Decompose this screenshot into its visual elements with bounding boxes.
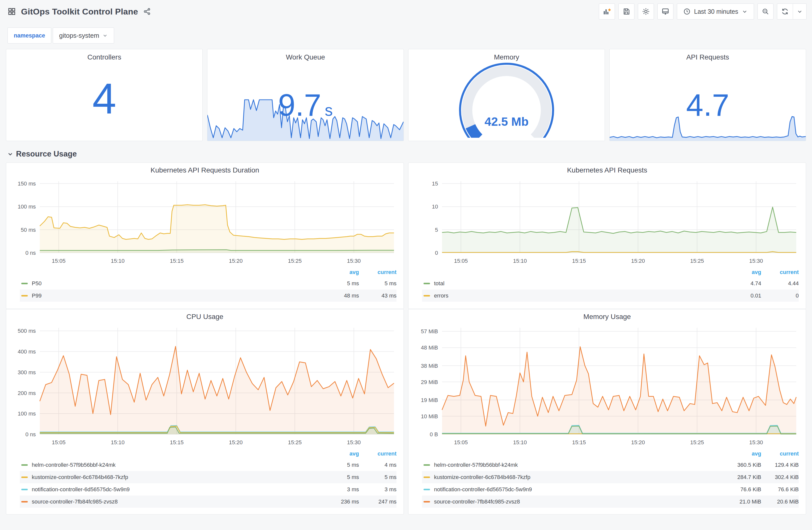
svg-text:15:20: 15:20 — [631, 258, 645, 264]
variable-value-namespace[interactable]: gitops-system — [53, 28, 114, 44]
dashboard-title: GitOps Toolkit Control Plane — [21, 7, 138, 16]
legend-header-current[interactable]: current — [761, 451, 799, 457]
legend-row[interactable]: errors0.010 — [422, 290, 799, 302]
svg-text:200 ms: 200 ms — [18, 390, 36, 396]
legend-header-avg[interactable]: avg — [317, 269, 359, 276]
series-name[interactable]: P99 — [32, 293, 317, 299]
series-name[interactable]: kustomize-controller-6c6784b468-7kzfp — [32, 474, 317, 481]
legend-row[interactable]: source-controller-7fb84fc985-zvsz821.0 M… — [422, 496, 799, 508]
panel-title[interactable]: API Requests — [610, 49, 806, 61]
legend-row[interactable]: P505 ms5 ms — [20, 277, 396, 290]
legend-row[interactable]: total4.744.44 — [422, 277, 799, 290]
series-color-swatch — [21, 464, 28, 466]
panel-title[interactable]: Controllers — [6, 49, 202, 61]
svg-text:15:15: 15:15 — [170, 439, 184, 445]
svg-text:48 MiB: 48 MiB — [421, 344, 438, 351]
svg-text:400 ms: 400 ms — [18, 349, 36, 355]
series-name[interactable]: source-controller-7fb84fc985-zvsz8 — [32, 499, 317, 505]
legend-header-avg[interactable]: avg — [317, 451, 359, 457]
series-avg-value: 284.7 KiB — [719, 474, 761, 481]
series-name[interactable]: kustomize-controller-6c6784b468-7kzfp — [434, 474, 719, 481]
legend-header-current[interactable]: current — [359, 451, 396, 457]
series-current-value: 4 ms — [359, 462, 396, 468]
series-name[interactable]: errors — [434, 293, 719, 299]
legend-header-current[interactable]: current — [359, 269, 396, 276]
legend-row[interactable]: P9948 ms43 ms — [20, 290, 396, 302]
save-dashboard-button[interactable] — [618, 3, 634, 19]
panel-title[interactable]: Work Queue — [207, 49, 404, 61]
chart-legend: avgcurrenthelm-controller-57f9b56bbf-k24… — [6, 449, 404, 509]
zoom-out-button[interactable] — [757, 3, 773, 19]
svg-text:5: 5 — [435, 227, 438, 233]
stat-unit: s — [325, 101, 333, 119]
panel-title[interactable]: CPU Usage — [6, 309, 404, 321]
series-avg-value: 76.6 KiB — [719, 486, 761, 493]
svg-text:50 ms: 50 ms — [21, 227, 36, 233]
series-avg-value: 360.5 KiB — [719, 462, 761, 468]
legend-row[interactable]: kustomize-controller-6c6784b468-7kzfp5 m… — [20, 471, 396, 483]
dashboard-settings-button[interactable] — [638, 3, 654, 19]
panel-k8s-api-requests-duration: Kubernetes API Requests Duration 0 ns50 … — [6, 162, 404, 309]
refresh-group — [777, 3, 807, 19]
legend-header-current[interactable]: current — [761, 269, 799, 276]
legend-row[interactable]: source-controller-7fb84fc985-zvsz8236 ms… — [20, 496, 396, 508]
chevron-down-icon — [7, 151, 14, 157]
panel-title[interactable]: Kubernetes API Requests — [408, 163, 806, 174]
series-current-value: 302.4 KiB — [761, 474, 799, 481]
svg-text:15:05: 15:05 — [454, 258, 468, 264]
legend-row[interactable]: helm-controller-57f9b56bbf-k24mk360.5 Ki… — [422, 459, 799, 471]
time-series-plot[interactable]: 0 ns50 ms100 ms150 ms15:0515:1015:1515:2… — [10, 175, 400, 267]
series-name[interactable]: notification-controller-6d56575dc-5w9n9 — [434, 486, 719, 493]
svg-text:15:05: 15:05 — [52, 258, 66, 264]
series-current-value: 0 — [761, 293, 799, 299]
series-color-swatch — [21, 501, 28, 502]
series-name[interactable]: notification-controller-6d56575dc-5w9n9 — [32, 486, 317, 493]
series-avg-value: 21.0 MiB — [719, 499, 761, 505]
time-series-plot[interactable]: 0 B10 MiB19 MiB29 MiB38 MiB48 MiB57 MiB1… — [412, 322, 802, 449]
panel-memory-usage: Memory Usage 0 B10 MiB19 MiB29 MiB38 MiB… — [408, 309, 806, 515]
variable-label-namespace: namespace — [8, 28, 51, 44]
series-avg-value: 236 ms — [317, 499, 359, 505]
svg-text:10: 10 — [432, 204, 438, 210]
series-name[interactable]: helm-controller-57f9b56bbf-k24mk — [32, 462, 317, 468]
legend-header-avg[interactable]: avg — [719, 451, 761, 457]
svg-text:15:15: 15:15 — [572, 439, 586, 445]
panel-title[interactable]: Memory Usage — [408, 309, 806, 321]
grafana-dashboard: GitOps Toolkit Control Plane La — [0, 0, 812, 530]
legend-row[interactable]: notification-controller-6d56575dc-5w9n97… — [422, 483, 799, 496]
svg-text:15:15: 15:15 — [170, 258, 184, 264]
svg-text:15:25: 15:25 — [288, 439, 302, 445]
svg-text:15:10: 15:10 — [111, 258, 125, 264]
memory-gauge[interactable]: 42.5 Mb — [449, 63, 564, 139]
series-name[interactable]: total — [434, 280, 719, 287]
legend-row[interactable]: notification-controller-6d56575dc-5w9n93… — [20, 483, 396, 496]
series-name[interactable]: P50 — [32, 280, 317, 287]
panel-cpu-usage: CPU Usage 0 ns100 ms200 ms300 ms400 ms50… — [6, 309, 404, 515]
refresh-button[interactable] — [777, 3, 793, 19]
legend-header-avg[interactable]: avg — [719, 269, 761, 276]
series-name[interactable]: source-controller-7fb84fc985-zvsz8 — [434, 499, 719, 505]
time-range-picker[interactable]: Last 30 minutes — [677, 3, 754, 19]
svg-text:150 ms: 150 ms — [18, 180, 36, 187]
panel-title[interactable]: Kubernetes API Requests Duration — [6, 163, 404, 174]
series-name[interactable]: helm-controller-57f9b56bbf-k24mk — [434, 462, 719, 468]
legend-row[interactable]: helm-controller-57f9b56bbf-k24mk5 ms4 ms — [20, 459, 396, 471]
dashboard-grid-icon[interactable] — [8, 7, 16, 16]
legend-row[interactable]: kustomize-controller-6c6784b468-7kzfp284… — [422, 471, 799, 483]
svg-text:29 MiB: 29 MiB — [421, 379, 438, 385]
svg-text:15:30: 15:30 — [347, 439, 361, 445]
section-resource-usage[interactable]: Resource Usage — [7, 149, 812, 159]
variables-submenu: namespace gitops-system — [0, 23, 812, 44]
add-panel-button[interactable] — [599, 3, 615, 19]
refresh-interval-dropdown[interactable] — [793, 3, 807, 19]
cycle-view-button[interactable] — [657, 3, 673, 19]
variable-selected-value: gitops-system — [59, 32, 99, 40]
share-icon[interactable] — [143, 8, 151, 15]
panel-title[interactable]: Memory — [408, 49, 605, 61]
time-series-plot[interactable]: 05101515:0515:1015:1515:2015:2515:30 — [412, 175, 802, 267]
svg-text:100 ms: 100 ms — [18, 411, 36, 417]
time-series-plot[interactable]: 0 ns100 ms200 ms300 ms400 ms500 ms15:051… — [10, 322, 400, 449]
series-color-swatch — [21, 489, 28, 490]
svg-text:38 MiB: 38 MiB — [421, 363, 438, 369]
stat-value-api-requests: 4.7 — [686, 88, 729, 122]
